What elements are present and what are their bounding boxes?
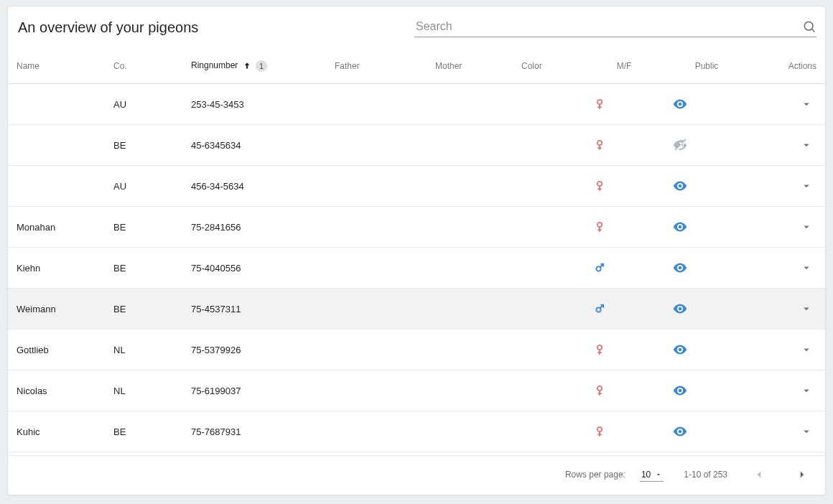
cell-sex xyxy=(585,248,664,289)
col-header-name[interactable]: Name xyxy=(8,47,105,84)
cell-mother xyxy=(427,84,513,125)
chevron-left-icon xyxy=(753,468,765,481)
cell-sex xyxy=(585,370,664,411)
eye-icon[interactable] xyxy=(672,219,741,235)
table-row[interactable]: AU456-34-5634 xyxy=(8,166,825,207)
cell-sex xyxy=(585,125,664,166)
table-row[interactable]: MonahanBE75-2841656 xyxy=(8,207,825,248)
col-header-color[interactable]: Color xyxy=(513,47,585,84)
table-row[interactable]: WeimannBE75-4537311 xyxy=(8,289,825,330)
cell-mother xyxy=(427,248,513,289)
cell-co: AU xyxy=(105,166,182,207)
search-input[interactable] xyxy=(414,19,796,34)
table-row[interactable]: KuhicBE75-7687931 xyxy=(8,411,825,452)
cell-name xyxy=(8,166,105,207)
eye-icon[interactable] xyxy=(672,383,741,398)
cell-color xyxy=(513,166,585,207)
cell-co: NL xyxy=(105,370,182,411)
col-header-sex[interactable]: M/F xyxy=(585,47,664,84)
cell-co: BE xyxy=(105,289,182,330)
svg-point-11 xyxy=(597,223,602,227)
expand-row-button[interactable] xyxy=(796,258,816,278)
rows-per-page-value: 10 xyxy=(641,470,651,480)
cell-color xyxy=(513,207,585,248)
cell-name: Kuhic xyxy=(8,411,105,452)
cell-name: Gottlieb xyxy=(8,330,105,370)
table-row[interactable]: BE45-6345634 xyxy=(8,125,825,166)
eye-off-icon[interactable] xyxy=(672,137,741,153)
cell-sex xyxy=(585,207,664,248)
col-header-father[interactable]: Father xyxy=(326,47,427,84)
table-row[interactable]: GottliebNL75-5379926 xyxy=(8,330,825,370)
cell-co: NL xyxy=(105,330,182,370)
female-icon xyxy=(593,179,655,192)
cell-mother xyxy=(427,289,513,330)
svg-point-16 xyxy=(596,307,600,312)
cell-father xyxy=(326,289,427,330)
female-icon xyxy=(593,98,655,111)
expand-row-button[interactable] xyxy=(796,217,816,237)
cell-public xyxy=(664,411,750,452)
table-header-row: Name Co. Ringnumber 1 Father Mother Colo… xyxy=(8,47,825,84)
table-row[interactable]: NicolasNL75-6199037 xyxy=(8,370,825,411)
cell-name xyxy=(8,84,105,125)
cell-co: AU xyxy=(105,84,182,125)
svg-point-0 xyxy=(804,22,813,30)
cell-ring: 75-2841656 xyxy=(182,207,326,248)
col-header-mother[interactable]: Mother xyxy=(427,47,513,84)
table-footer: Rows per page: 10 1-10 of 253 xyxy=(8,455,825,495)
cell-public xyxy=(664,248,750,289)
eye-icon[interactable] xyxy=(672,424,741,439)
eye-icon[interactable] xyxy=(672,96,741,112)
male-icon xyxy=(593,302,655,315)
cell-actions xyxy=(750,289,825,330)
cell-actions xyxy=(750,248,825,289)
card-header: An overview of your pigeons xyxy=(8,6,825,47)
col-header-co[interactable]: Co. xyxy=(105,47,182,84)
cell-color xyxy=(513,84,585,125)
rows-per-page: Rows per page: 10 xyxy=(565,468,664,482)
expand-row-button[interactable] xyxy=(796,94,816,114)
col-header-public[interactable]: Public xyxy=(664,47,750,84)
cell-co: BE xyxy=(105,411,182,452)
prev-page-button[interactable] xyxy=(748,463,771,486)
chevron-down-icon xyxy=(800,179,813,192)
col-header-ring[interactable]: Ringnumber 1 xyxy=(182,47,326,84)
svg-point-24 xyxy=(597,427,602,431)
cell-mother xyxy=(427,330,513,370)
next-page-button[interactable] xyxy=(791,463,814,486)
sort-asc-icon xyxy=(242,61,252,71)
cell-name xyxy=(8,125,105,166)
chevron-down-icon xyxy=(800,302,813,315)
search-field[interactable] xyxy=(414,19,816,37)
cell-color xyxy=(513,411,585,452)
cell-actions xyxy=(750,207,825,248)
cell-ring: 253-45-3453 xyxy=(182,84,326,125)
cell-ring: 75-4537311 xyxy=(182,289,326,330)
rows-per-page-select[interactable]: 10 xyxy=(640,468,664,482)
expand-row-button[interactable] xyxy=(796,299,816,319)
eye-icon[interactable] xyxy=(672,342,741,358)
cell-father xyxy=(326,166,427,207)
expand-row-button[interactable] xyxy=(796,135,816,155)
female-icon xyxy=(593,425,655,438)
cell-mother xyxy=(427,125,513,166)
cell-co: BE xyxy=(105,207,182,248)
table-row[interactable]: KiehnBE75-4040556 xyxy=(8,248,825,289)
eye-icon[interactable] xyxy=(672,301,741,317)
cell-public xyxy=(664,166,750,207)
cell-color xyxy=(513,370,585,411)
eye-icon[interactable] xyxy=(672,260,741,276)
search-icon xyxy=(802,19,816,34)
eye-icon[interactable] xyxy=(672,178,741,194)
expand-row-button[interactable] xyxy=(796,340,816,360)
female-icon xyxy=(593,384,655,397)
rows-per-page-label: Rows per page: xyxy=(565,470,625,480)
cell-color xyxy=(513,125,585,166)
table-row[interactable]: AU253-45-3453 xyxy=(8,84,825,125)
expand-row-button[interactable] xyxy=(796,176,816,196)
cell-actions xyxy=(750,84,825,125)
expand-row-button[interactable] xyxy=(796,381,816,401)
expand-row-button[interactable] xyxy=(796,421,816,442)
chevron-right-icon xyxy=(796,468,809,481)
